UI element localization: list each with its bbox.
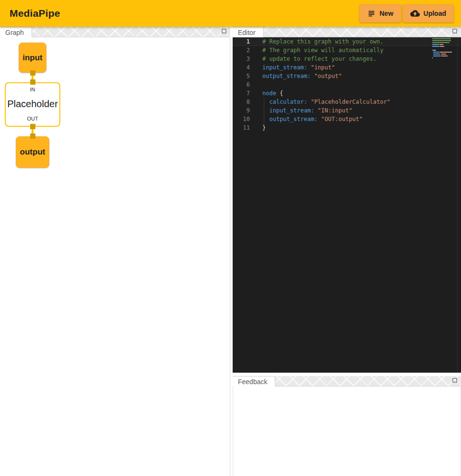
line-number: 8 — [233, 98, 250, 106]
cloud-upload-icon — [410, 9, 420, 18]
new-button-label: New — [380, 10, 394, 17]
port-input-bottom — [30, 70, 35, 76]
new-button[interactable]: New — [360, 4, 401, 22]
line-number: 6 — [233, 80, 250, 89]
editor-panel: Editor 1# Replace this graph with your o… — [233, 27, 461, 373]
code-line: 3# update to reflect your changes. — [233, 55, 461, 63]
code-line: 4input_stream: "input" — [233, 63, 461, 72]
maximize-icon[interactable] — [222, 29, 226, 33]
line-number: 10 — [233, 115, 250, 123]
code-line: 5output_stream: "output" — [233, 72, 461, 80]
minimap[interactable] — [432, 38, 454, 59]
node-input-label: input — [22, 53, 43, 63]
line-number: 5 — [233, 72, 250, 80]
code-line: 9 input_stream: "IN:input" — [233, 106, 461, 115]
port-placeholder-in — [30, 79, 35, 85]
graph-panel: Graph input IN Placeholder OUT output — [0, 27, 230, 476]
code-line: 2# The graph view will automatically — [233, 46, 461, 55]
indent-guide — [264, 98, 264, 123]
tab-graph[interactable]: Graph — [0, 27, 32, 37]
maximize-icon[interactable] — [452, 378, 457, 383]
line-number: 9 — [233, 106, 250, 115]
vertical-splitter[interactable] — [230, 27, 233, 476]
app-title: MediaPipe — [0, 8, 60, 19]
node-placeholder-label: Placeholder — [7, 99, 58, 110]
upload-button-label: Upload — [424, 10, 446, 17]
graph-canvas[interactable]: input IN Placeholder OUT output — [0, 37, 230, 476]
placeholder-in-port-label: IN — [30, 87, 35, 92]
editor-tabbar: Editor — [233, 27, 461, 37]
header-actions: New Upload — [360, 4, 454, 22]
maximize-icon[interactable] — [452, 29, 457, 33]
port-output-top — [30, 133, 35, 139]
tab-feedback[interactable]: Feedback — [233, 376, 275, 387]
horizontal-splitter[interactable] — [233, 373, 461, 376]
code-lines: 1# Replace this graph with your own.2# T… — [233, 37, 461, 132]
placeholder-out-port-label: OUT — [27, 116, 38, 122]
node-output-label: output — [20, 147, 45, 157]
code-line: 1# Replace this graph with your own. — [233, 37, 461, 46]
code-line: 11} — [233, 123, 461, 132]
line-number: 3 — [233, 55, 250, 63]
node-output[interactable]: output — [16, 136, 49, 168]
code-line: 6 — [233, 80, 461, 89]
feedback-panel: Feedback — [233, 376, 461, 476]
line-number: 11 — [233, 123, 250, 132]
minimap-divider — [457, 37, 458, 373]
line-number: 4 — [233, 63, 250, 72]
code-line: 7node { — [233, 89, 461, 98]
code-line: 10 output_stream: "OUT:output" — [233, 115, 461, 123]
line-number: 2 — [233, 46, 250, 55]
line-number: 7 — [233, 89, 250, 98]
tab-graph-label: Graph — [5, 29, 24, 36]
feedback-tabbar: Feedback — [233, 376, 461, 387]
port-placeholder-out — [30, 124, 35, 129]
line-number: 1 — [233, 37, 250, 46]
node-input[interactable]: input — [19, 43, 46, 73]
graph-tabbar: Graph — [0, 27, 230, 37]
app-header: MediaPipe New Upload — [0, 0, 461, 27]
upload-button[interactable]: Upload — [403, 4, 454, 22]
tab-editor[interactable]: Editor — [233, 27, 264, 37]
code-editor[interactable]: 1# Replace this graph with your own.2# T… — [233, 37, 461, 373]
mediapipe-visualizer: MediaPipe New Upload Graph — [0, 0, 461, 476]
tab-editor-label: Editor — [238, 29, 256, 36]
code-line: 8 calculator: "PlaceholderCalculator" — [233, 98, 461, 106]
node-placeholder[interactable]: IN Placeholder OUT — [5, 82, 60, 127]
feedback-content — [233, 387, 461, 476]
tab-feedback-label: Feedback — [238, 378, 267, 386]
subject-list-icon — [367, 9, 376, 18]
